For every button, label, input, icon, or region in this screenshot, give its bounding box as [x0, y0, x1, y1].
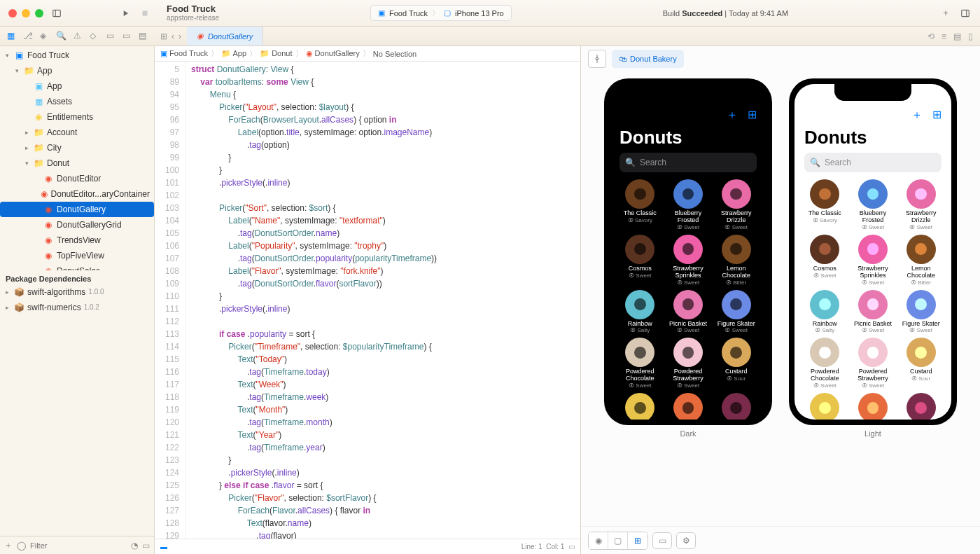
layout-icon[interactable]: ⊞: [932, 108, 941, 123]
donut-cell[interactable]: Blueberry Frosted⦿ Sweet: [850, 179, 897, 230]
forward-icon[interactable]: ›: [178, 32, 181, 41]
nav-tests-icon[interactable]: ◇: [90, 31, 99, 42]
zoom-window[interactable]: [35, 9, 43, 18]
jump-bar[interactable]: ▣ Food Truck〉📁 App〉📁 Donut〉◉ DonutGaller…: [155, 46, 580, 62]
nav-breakpoints-icon[interactable]: ▭: [122, 31, 132, 42]
library-icon[interactable]: [959, 7, 972, 20]
file-donutgallery[interactable]: ◉DonutGallery: [0, 202, 154, 217]
folder-app[interactable]: ▾📁App: [0, 63, 154, 78]
file-assets[interactable]: ▦Assets: [0, 94, 154, 109]
run-button[interactable]: [119, 7, 132, 20]
code-editor[interactable]: struct DonutGallery: View { var toolbarI…: [186, 62, 580, 539]
donut-cell[interactable]: Powdered Chocolate⦿ Sweet: [802, 338, 848, 389]
donut-cell[interactable]: [713, 393, 760, 420]
preview-settings-button[interactable]: ⚙: [676, 532, 696, 549]
donut-cell[interactable]: Custard⦿ Sour: [713, 338, 760, 389]
add-file-icon[interactable]: ＋: [4, 539, 13, 551]
donut-cell[interactable]: [665, 393, 712, 420]
jumpbar-segment[interactable]: 📁 Donut: [260, 49, 292, 58]
sidebar-toggle-icon[interactable]: [50, 7, 63, 20]
add-icon[interactable]: ＋: [939, 7, 952, 20]
donut-cell[interactable]: [897, 393, 944, 420]
file-entitlements[interactable]: ◉Entitlements: [0, 109, 154, 125]
dep-swift-numerics[interactable]: ▸📦swift-numerics 1.0.2: [0, 300, 154, 315]
file-donutgallerygrid[interactable]: ◉DonutGalleryGrid: [0, 217, 154, 233]
pin-button[interactable]: [588, 50, 606, 68]
jumpbar-segment[interactable]: ▣ Food Truck: [160, 49, 208, 58]
donut-cell[interactable]: Rainbow⦿ Salty: [802, 290, 848, 334]
donut-cell[interactable]: Strawberry Drizzle⦿ Sweet: [713, 179, 760, 230]
nav-project-icon[interactable]: ▦: [7, 31, 16, 42]
live-button[interactable]: ◉: [589, 532, 608, 549]
minimize-window[interactable]: [22, 9, 30, 18]
file-donuteditor...arycontainer[interactable]: ◉DonutEditor...aryContainer: [0, 186, 154, 202]
nav-source-control-icon[interactable]: ⎇: [23, 31, 33, 42]
nav-debug-icon[interactable]: ▭: [106, 31, 115, 42]
donut-cell[interactable]: The Classic⦿ Savory: [802, 179, 848, 230]
donut-cell[interactable]: Lemon Chocolate⦿ Bitter: [713, 235, 760, 286]
recent-icon[interactable]: ◔: [131, 541, 138, 550]
donut-cell[interactable]: [850, 393, 897, 420]
file-donuteditor[interactable]: ◉DonutEditor: [0, 171, 154, 186]
folder-city[interactable]: ▸📁City: [0, 140, 154, 155]
dep-swift-algorithms[interactable]: ▸📦swift-algorithms 1.0.0: [0, 284, 154, 300]
donut-cell[interactable]: Picnic Basket⦿ Sweet: [850, 290, 897, 334]
canvas-toggle-icon[interactable]: ▭: [568, 543, 575, 550]
scm-icon[interactable]: ▭: [142, 541, 150, 550]
filter-input[interactable]: [30, 541, 127, 550]
nav-find-icon[interactable]: 🔍: [56, 31, 66, 42]
donut-cell[interactable]: Lemon Chocolate⦿ Bitter: [897, 235, 944, 286]
donut-cell[interactable]: Strawberry Drizzle⦿ Sweet: [897, 179, 944, 230]
donut-cell[interactable]: Powdered Strawberry⦿ Sweet: [850, 338, 897, 389]
donut-cell[interactable]: [802, 393, 848, 420]
filter-scope-icon[interactable]: ◯: [17, 541, 26, 550]
donut-cell[interactable]: Blueberry Frosted⦿ Sweet: [665, 179, 712, 230]
minimap-icon[interactable]: ▤: [953, 32, 961, 41]
selectable-button[interactable]: ▢: [608, 532, 628, 549]
file-donutsales[interactable]: ◉DonutSales: [0, 263, 154, 270]
nav-issues-icon[interactable]: ⚠: [74, 31, 83, 42]
jumpbar-segment[interactable]: 📁 App: [221, 49, 246, 58]
refresh-icon[interactable]: ⟲: [927, 32, 934, 41]
donut-cell[interactable]: Powdered Chocolate⦿ Sweet: [617, 338, 664, 389]
donut-cell[interactable]: Strawberry Sprinkles⦿ Sweet: [850, 235, 897, 286]
file-topfiveview[interactable]: ◉TopFiveView: [0, 248, 154, 263]
donut-cell[interactable]: Picnic Basket⦿ Sweet: [665, 290, 712, 334]
related-items-icon[interactable]: ⊞: [160, 32, 167, 41]
donut-cell[interactable]: Rainbow⦿ Salty: [617, 290, 664, 334]
donut-cell[interactable]: Custard⦿ Sour: [897, 338, 944, 389]
preview-provider-button[interactable]: 🛍 Donut Bakery: [612, 50, 684, 68]
donut-cell[interactable]: Cosmos⦿ Sweet: [802, 235, 848, 286]
adjust-editor-icon[interactable]: ≡: [941, 32, 946, 41]
back-icon[interactable]: ‹: [172, 32, 174, 41]
search-field[interactable]: 🔍Search: [620, 153, 757, 172]
folder-account[interactable]: ▸📁Account: [0, 125, 154, 140]
donut-cell[interactable]: Figure Skater⦿ Sweet: [897, 290, 944, 334]
donut-cell[interactable]: [617, 393, 664, 420]
scheme-selector[interactable]: ▣ Food Truck 〉 ▢ iPhone 13 Pro: [370, 5, 512, 21]
inspectors-icon[interactable]: ▯: [968, 32, 973, 41]
add-icon[interactable]: ＋: [727, 108, 738, 123]
donut-cell[interactable]: Strawberry Sprinkles⦿ Sweet: [665, 235, 712, 286]
donut-cell[interactable]: Figure Skater⦿ Sweet: [713, 290, 760, 334]
donut-cell[interactable]: Cosmos⦿ Sweet: [617, 235, 664, 286]
file-trendsview[interactable]: ◉TrendsView: [0, 233, 154, 248]
nav-reports-icon[interactable]: ▤: [139, 31, 148, 42]
folder-donut[interactable]: ▾📁Donut: [0, 155, 154, 171]
close-window[interactable]: [8, 9, 17, 18]
donut-cell[interactable]: Powdered Strawberry⦿ Sweet: [665, 338, 712, 389]
project-root[interactable]: ▾▣Food Truck: [0, 48, 154, 63]
jumpbar-segment[interactable]: ◉ DonutGallery: [306, 49, 360, 58]
donut-cell[interactable]: The Classic⦿ Savory: [617, 179, 664, 230]
add-icon[interactable]: ＋: [911, 108, 923, 123]
file-app[interactable]: ▣App: [0, 78, 154, 94]
stop-button[interactable]: [139, 7, 151, 20]
debug-console-icon[interactable]: ▬: [160, 543, 167, 550]
variants-button[interactable]: ⊞: [628, 532, 648, 549]
device-settings-button[interactable]: ▭: [652, 532, 672, 549]
tab-donutgallery[interactable]: ◉ DonutGallery: [187, 27, 263, 46]
search-field[interactable]: 🔍Search: [804, 153, 941, 172]
jumpbar-segment[interactable]: No Selection: [373, 50, 416, 58]
nav-symbols-icon[interactable]: ◈: [40, 31, 49, 42]
layout-icon[interactable]: ⊞: [748, 108, 757, 123]
